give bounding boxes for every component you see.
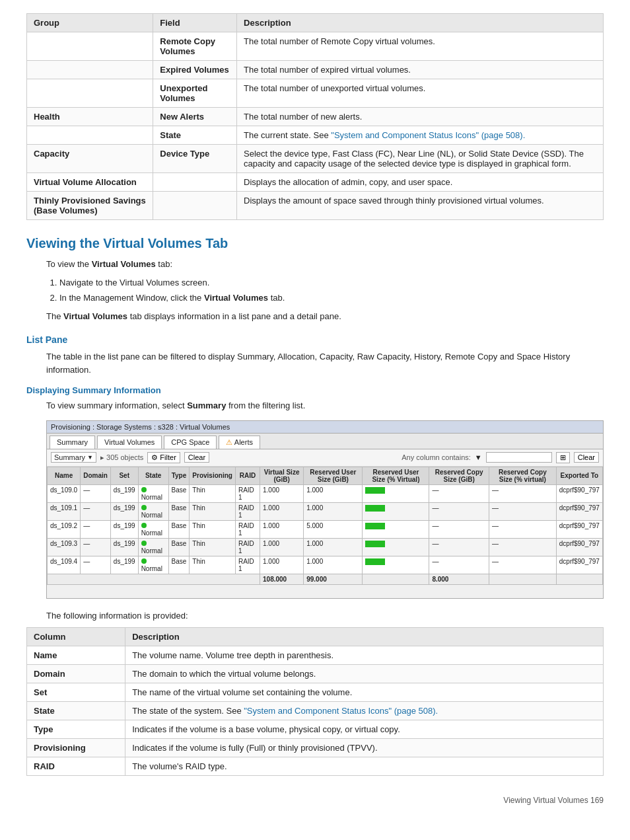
table-row: Expired Volumes The total number of expi… [27, 61, 604, 79]
top-table: Group Field Description Remote Copy Volu… [26, 13, 604, 220]
desc-cell: The total number of Remote Copy virtual … [237, 32, 604, 61]
column-cell: Domain [27, 665, 125, 683]
tab-summary[interactable]: Summary [50, 436, 95, 449]
filter-icon: ⚙ [151, 453, 158, 461]
screenshot-tabs[interactable]: Summary Virtual Volumes CPG Space ⚠ Aler… [47, 434, 603, 449]
col-reserved-copy-size: Reserved Copy Size (GiB) [429, 467, 489, 484]
col-exported-to: Exported To [556, 467, 602, 484]
desc-cell: The state of the system. See "System and… [125, 702, 604, 720]
search-dropdown[interactable]: ▼ [475, 453, 482, 461]
table-row: Remote Copy Volumes The total number of … [27, 32, 604, 61]
footer-reserved-copy-pct [489, 574, 556, 584]
grid-columns-button[interactable]: ⊞ [556, 452, 570, 463]
footer-virtual-size: 108.000 [260, 574, 304, 584]
table-row: Health New Alerts The total number of ne… [27, 108, 604, 126]
search-input[interactable] [486, 452, 552, 463]
displaying-title: Displaying Summary Information [26, 385, 604, 395]
table-row: ds_109.2—ds_199NormalBaseThinRAID 11.000… [48, 520, 603, 538]
state-link[interactable]: "System and Component Status Icons" (pag… [331, 130, 525, 140]
screenshot-box: Provisioning : Storage Systems : s328 : … [46, 420, 604, 599]
footer-reserved-user: 99.000 [304, 574, 363, 584]
col-header-description: Description [237, 14, 604, 32]
intro-bold: Virtual Volumes [92, 259, 156, 269]
column-cell: Type [27, 720, 125, 739]
field-cell: Remote Copy Volumes [153, 32, 237, 61]
list-item: In the Management Window, click the Virt… [59, 291, 604, 305]
table-row: RAID The volume's RAID type. [27, 757, 604, 776]
table-row: ds_109.4—ds_199NormalBaseThinRAID 11.000… [48, 556, 603, 574]
desc-cell: Indicates if the volume is fully (Full) … [125, 739, 604, 757]
section-title: Viewing the Virtual Volumes Tab [26, 236, 604, 251]
col-reserved-user-pct: Reserved User Size (% Virtual) [363, 467, 429, 484]
desc-cell: The domain to which the virtual volume b… [125, 665, 604, 683]
field-cell: New Alerts [153, 108, 237, 126]
displaying-bold: Summary [187, 401, 226, 410]
col-set: Set [110, 467, 138, 484]
table-row: ds_109.0—ds_199NormalBaseThinRAID 11.000… [48, 484, 603, 502]
table-row: Set The name of the virtual volume set c… [27, 683, 604, 702]
table-footer-row: 108.000 99.000 8.000 [48, 574, 603, 584]
col-reserved-user-size: Reserved User Size (GiB) [304, 467, 363, 484]
group-cell [27, 61, 153, 79]
footer-exported [556, 574, 602, 584]
col-header-desc: Description [125, 628, 604, 646]
desc-cell: The volume's RAID type. [125, 757, 604, 776]
col-reserved-copy-pct: Reserved Copy Size (% virtual) [489, 467, 556, 484]
tab-virtual-volumes[interactable]: Virtual Volumes [97, 436, 162, 449]
col-type: Type [168, 467, 190, 484]
clear-search-button[interactable]: Clear [574, 452, 599, 463]
group-cell: Thinly Provisioned Savings (Base Volumes… [27, 192, 153, 220]
table-row: ds_109.3—ds_199NormalBaseThinRAID 11.000… [48, 538, 603, 556]
table-row: ds_109.1—ds_199NormalBaseThinRAID 11.000… [48, 502, 603, 520]
group-cell [27, 79, 153, 108]
field-cell [153, 192, 237, 220]
desc-cell: The name of the virtual volume set conta… [125, 683, 604, 702]
alerts-icon: ⚠ [226, 438, 232, 446]
desc-cell: The total number of new alerts. [237, 108, 604, 126]
column-cell: State [27, 702, 125, 720]
col-raid: RAID [235, 467, 260, 484]
field-cell: Expired Volumes [153, 61, 237, 79]
screenshot-table: Name Domain Set State Type Provisioning … [47, 467, 603, 585]
col-state: State [138, 467, 168, 484]
footer-reserved-copy: 8.000 [429, 574, 489, 584]
group-cell: Health [27, 108, 153, 126]
following-text: The following information is provided: [46, 609, 604, 623]
desc-cell: Select the device type, Fast Class (FC),… [237, 145, 604, 173]
col-domain: Domain [81, 467, 111, 484]
filter-button[interactable]: ⚙ Filter [147, 452, 180, 463]
group-cell [27, 32, 153, 61]
summary-bold: Virtual Volumes [63, 311, 127, 321]
group-cell: Capacity [27, 145, 153, 173]
desc-cell: The total number of expired virtual volu… [237, 61, 604, 79]
columns-icon: ⊞ [560, 453, 566, 461]
footer-reserved-user-pct [363, 574, 429, 584]
search-label: Any column contains: [402, 453, 471, 461]
bottom-table: Column Description Name The volume name.… [26, 627, 604, 776]
col-header-column: Column [27, 628, 125, 646]
tab-alerts[interactable]: ⚠ Alerts [219, 436, 260, 449]
field-cell: State [153, 126, 237, 145]
table-row: State The state of the system. See "Syst… [27, 702, 604, 720]
col-provisioning: Provisioning [190, 467, 236, 484]
filter-dropdown[interactable]: Summary ▼ [51, 452, 96, 463]
col-header-field: Field [153, 14, 237, 32]
displaying-text: To view summary information, select Summ… [46, 399, 604, 412]
column-cell: RAID [27, 757, 125, 776]
field-cell: Unexported Volumes [153, 79, 237, 108]
field-cell: Device Type [153, 145, 237, 173]
desc-cell: The total number of unexported virtual v… [237, 79, 604, 108]
desc-cell: The current state. See "System and Compo… [237, 126, 604, 145]
clear-filter-button[interactable]: Clear [184, 452, 209, 463]
list-pane-text: The table in the list pane can be filter… [46, 350, 604, 376]
col-virtual-size: Virtual Size (GiB) [260, 467, 304, 484]
footer-empty [48, 574, 260, 584]
tab-cpg-space[interactable]: CPG Space [164, 436, 217, 449]
intro-paragraph: To view the Virtual Volumes tab: [46, 258, 604, 271]
table-row: Domain The domain to which the virtual v… [27, 665, 604, 683]
object-count: ▸ 305 objects [100, 453, 143, 462]
state-link-bottom[interactable]: "System and Component Status Icons" (pag… [244, 706, 438, 716]
group-cell: Virtual Volume Allocation [27, 173, 153, 192]
screenshot-toolbar: Summary ▼ ▸ 305 objects ⚙ Filter Clear A… [47, 449, 603, 467]
table-row: State The current state. See "System and… [27, 126, 604, 145]
